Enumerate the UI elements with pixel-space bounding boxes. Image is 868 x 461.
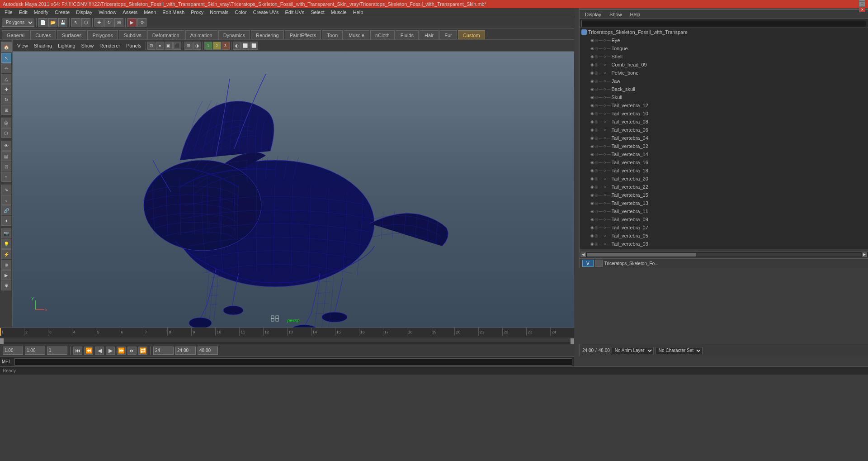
- total-end-input[interactable]: [198, 347, 218, 355]
- tree-item[interactable]: ◉ ◎ — ○ — Tail_vertebra_05: [580, 232, 868, 240]
- timeline-tick[interactable]: 22: [502, 328, 508, 336]
- select-mode-button[interactable]: ↖: [1, 53, 11, 63]
- tab-fur[interactable]: Fur: [439, 30, 457, 39]
- maximize-button[interactable]: □: [859, 1, 865, 7]
- skeleton-button[interactable]: ✦: [1, 216, 11, 226]
- tab-muscle[interactable]: Muscle: [344, 30, 369, 39]
- texture-button[interactable]: ⬛: [173, 42, 181, 50]
- tree-item[interactable]: ◉ ◎ — ○ — Shell: [580, 52, 868, 61]
- tab-subdivs[interactable]: Subdivs: [119, 30, 146, 39]
- timeline-tick[interactable]: 5: [96, 328, 99, 336]
- tree-item[interactable]: ◉ ◎ — ○ — Tail_vertebra_15: [580, 191, 868, 199]
- tree-item[interactable]: ◉ ◎ — ○ — Tail_vertebra_02: [580, 142, 868, 150]
- move-button[interactable]: ✚: [1, 84, 11, 94]
- tree-item[interactable]: ◉ ◎ — ○ — Eye: [580, 36, 868, 44]
- menu-normals[interactable]: Normals: [207, 9, 231, 15]
- vp-shading-menu[interactable]: Shading: [31, 42, 55, 49]
- tree-item[interactable]: ◉ ◎ — ○ — Tail_vertebra_20: [580, 175, 868, 183]
- tree-item[interactable]: ◉ ◎ — ○ — Comb_head_09: [580, 61, 868, 69]
- timeline-tick[interactable]: 9: [191, 328, 195, 336]
- mel-input[interactable]: [14, 358, 572, 366]
- deform-button[interactable]: ⬦: [1, 195, 11, 205]
- timeline-tick[interactable]: 6: [120, 328, 123, 336]
- scale-button[interactable]: ⊞: [114, 18, 123, 27]
- current-frame-input[interactable]: [47, 347, 67, 355]
- isolate-select-button[interactable]: ◐: [233, 42, 241, 50]
- tab-general[interactable]: General: [2, 30, 29, 39]
- play-back-button[interactable]: ◀: [95, 347, 104, 355]
- character-set-select[interactable]: No Character Set: [656, 347, 703, 354]
- tab-deformation[interactable]: Deformation: [147, 30, 184, 39]
- select-tool-button[interactable]: ↖: [71, 18, 80, 27]
- scale-left-button[interactable]: ⊞: [1, 105, 11, 115]
- lasso-left-button[interactable]: ⬡: [1, 128, 11, 138]
- menu-edit-uvs[interactable]: Edit UVs: [282, 9, 307, 15]
- tree-item[interactable]: ◉ ◎ — ○ — Tail_vertebra_07: [580, 223, 868, 232]
- tab-surfaces[interactable]: Surfaces: [57, 30, 86, 39]
- timeline-tick[interactable]: 20: [454, 328, 460, 336]
- play-forward-button[interactable]: ▶: [106, 347, 115, 355]
- curve-left-button[interactable]: ∿: [1, 185, 11, 195]
- translate-button[interactable]: ✚: [94, 18, 104, 27]
- polygons-mode-select[interactable]: Polygons: [2, 19, 34, 27]
- tab-rendering[interactable]: Rendering: [251, 30, 284, 39]
- dynamic-button[interactable]: ⚡: [1, 249, 11, 259]
- rotate-button[interactable]: ↻: [104, 18, 113, 27]
- step-forward-button[interactable]: ⏩: [117, 347, 126, 355]
- ipr-button[interactable]: ⚙: [137, 18, 146, 27]
- tab-custom[interactable]: Custom: [458, 30, 485, 39]
- timeline-tick[interactable]: 19: [431, 328, 437, 336]
- tree-item[interactable]: ◉ ◎ — ○ — Jaw: [580, 77, 868, 85]
- timeline-playhead[interactable]: [0, 328, 1, 336]
- menu-mesh[interactable]: Mesh: [141, 9, 159, 15]
- timeline-tick[interactable]: 15: [335, 328, 341, 336]
- attr-button[interactable]: ≡: [1, 172, 11, 182]
- tab-curves[interactable]: Curves: [30, 30, 56, 39]
- safe-area-button[interactable]: ⬜: [250, 42, 258, 50]
- tab-polygons[interactable]: Polygons: [87, 30, 118, 39]
- timeline-tick[interactable]: 18: [407, 328, 413, 336]
- scroll-thumb[interactable]: [587, 253, 696, 257]
- menu-color[interactable]: Color: [232, 9, 249, 15]
- pfx-button[interactable]: ✾: [1, 280, 11, 290]
- timeline-tick[interactable]: 12: [263, 328, 269, 336]
- tab-hair[interactable]: Hair: [420, 30, 439, 39]
- range-slider[interactable]: [0, 336, 574, 344]
- vp-lighting-menu[interactable]: Lighting: [55, 42, 78, 49]
- tree-item[interactable]: ◉ ◎ — ○ — Tail_vertebra_16: [580, 158, 868, 166]
- home-view-button[interactable]: 🏠: [1, 42, 12, 52]
- soft-select-button[interactable]: ◎: [1, 118, 11, 128]
- scroll-left-arrow[interactable]: ◀: [580, 252, 586, 257]
- menu-create-uvs[interactable]: Create UVs: [250, 9, 282, 15]
- menu-file[interactable]: File: [2, 9, 15, 15]
- timeline-tick[interactable]: 24: [550, 328, 556, 336]
- start-frame-input[interactable]: [3, 347, 23, 355]
- vp-view-menu[interactable]: View: [14, 42, 31, 49]
- timeline-tick[interactable]: 11: [239, 328, 245, 336]
- xray-button[interactable]: ◑: [193, 42, 201, 50]
- range-bar[interactable]: [0, 336, 574, 344]
- timeline-tick[interactable]: 2: [24, 328, 28, 336]
- light-button[interactable]: 💡: [1, 239, 11, 249]
- tree-item[interactable]: ◉ ◎ — ○ — Tail_vertebra_01: [580, 248, 868, 249]
- high-quality-button[interactable]: 3: [222, 42, 230, 50]
- sculpt-button[interactable]: △: [1, 74, 11, 84]
- save-scene-button[interactable]: 💾: [58, 18, 67, 27]
- tree-item[interactable]: ◉ ◎ — ○ — Tail_vertebra_04: [580, 134, 868, 142]
- tree-item[interactable]: ◉ ◎ — ○ — Skull: [580, 93, 868, 101]
- constraint-button[interactable]: 🔗: [1, 205, 11, 215]
- tree-item[interactable]: ◉ ◎ — ○ — Tail_vertebra_03: [580, 240, 868, 248]
- timeline-tick[interactable]: 13: [287, 328, 293, 336]
- menu-help[interactable]: Help: [350, 9, 366, 15]
- render-button[interactable]: ▶: [127, 18, 137, 27]
- tree-item[interactable]: ◉ ◎ — ○ — Tail_vertebra_06: [580, 126, 868, 134]
- tree-item[interactable]: ◉ ◎ — ○ — Tail_vertebra_14: [580, 150, 868, 158]
- med-quality-button[interactable]: 2: [213, 42, 221, 50]
- menu-create[interactable]: Create: [52, 9, 72, 15]
- field-button[interactable]: ⊕: [1, 260, 11, 270]
- go-to-start-button[interactable]: ⏮: [73, 347, 82, 355]
- timeline-tick[interactable]: 8: [167, 328, 171, 336]
- vp-renderer-menu[interactable]: Renderer: [97, 42, 123, 49]
- vp-panels-menu[interactable]: Panels: [123, 42, 144, 49]
- show-hide-button[interactable]: 👁: [1, 141, 11, 151]
